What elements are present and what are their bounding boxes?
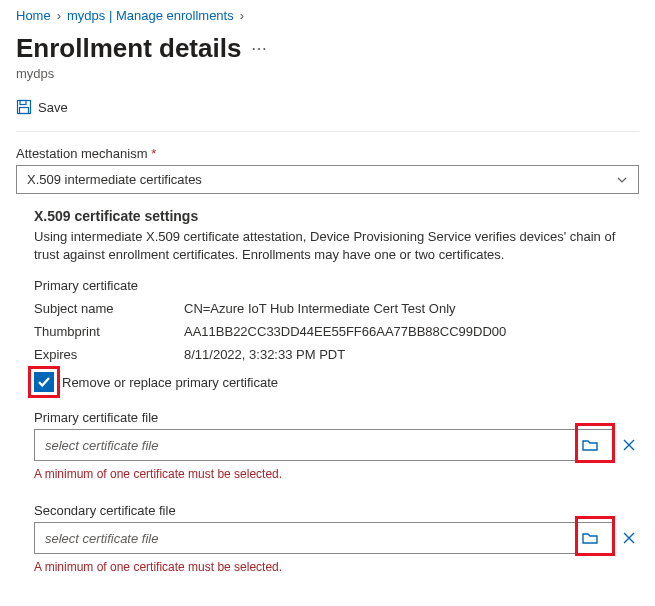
x509-description: Using intermediate X.509 certificate att…: [34, 228, 639, 264]
save-button[interactable]: Save: [16, 99, 639, 115]
secondary-file-placeholder: select certificate file: [45, 531, 158, 546]
close-icon: [621, 530, 637, 546]
secondary-file-error: A minimum of one certificate must be sel…: [34, 560, 639, 574]
breadcrumb-home[interactable]: Home: [16, 8, 51, 23]
chevron-down-icon: [616, 174, 628, 186]
divider: [16, 131, 639, 132]
attestation-value: X.509 intermediate certificates: [27, 172, 202, 187]
expires-value: 8/11/2022, 3:32:33 PM PDT: [184, 347, 639, 362]
more-options-button[interactable]: ⋯: [251, 39, 268, 58]
secondary-file-label: Secondary certificate file: [34, 503, 639, 518]
primary-file-label: Primary certificate file: [34, 410, 639, 425]
breadcrumb: Home › mydps | Manage enrollments ›: [16, 8, 639, 23]
attestation-label: Attestation mechanism *: [16, 146, 639, 161]
thumbprint-value: AA11BB22CC33DD44EE55FF66AA77BB88CC99DD00: [184, 324, 639, 339]
x509-heading: X.509 certificate settings: [34, 208, 639, 224]
close-icon: [621, 437, 637, 453]
page-subtitle: mydps: [16, 66, 639, 81]
breadcrumb-path[interactable]: mydps | Manage enrollments: [67, 8, 234, 23]
save-label: Save: [38, 100, 68, 115]
primary-file-error: A minimum of one certificate must be sel…: [34, 467, 639, 481]
primary-file-input[interactable]: select certificate file: [34, 429, 613, 461]
folder-icon: [581, 436, 599, 454]
primary-file-browse-button[interactable]: [578, 436, 602, 454]
chevron-right-icon: ›: [57, 8, 61, 23]
save-icon: [16, 99, 32, 115]
primary-file-placeholder: select certificate file: [45, 438, 158, 453]
page-title: Enrollment details: [16, 33, 241, 64]
expires-label: Expires: [34, 347, 184, 362]
secondary-file-input[interactable]: select certificate file: [34, 522, 613, 554]
svg-rect-1: [20, 101, 26, 105]
attestation-select[interactable]: X.509 intermediate certificates: [16, 165, 639, 194]
remove-replace-checkbox[interactable]: [34, 372, 54, 392]
subject-name-value: CN=Azure IoT Hub Intermediate Cert Test …: [184, 301, 639, 316]
primary-file-clear-button[interactable]: [619, 437, 639, 453]
secondary-file-clear-button[interactable]: [619, 530, 639, 546]
remove-replace-label: Remove or replace primary certificate: [62, 375, 278, 390]
chevron-right-icon: ›: [240, 8, 244, 23]
primary-cert-label: Primary certificate: [34, 278, 639, 293]
thumbprint-label: Thumbprint: [34, 324, 184, 339]
svg-rect-2: [20, 108, 29, 114]
folder-icon: [581, 529, 599, 547]
check-icon: [37, 375, 51, 389]
subject-name-label: Subject name: [34, 301, 184, 316]
secondary-file-browse-button[interactable]: [578, 529, 602, 547]
